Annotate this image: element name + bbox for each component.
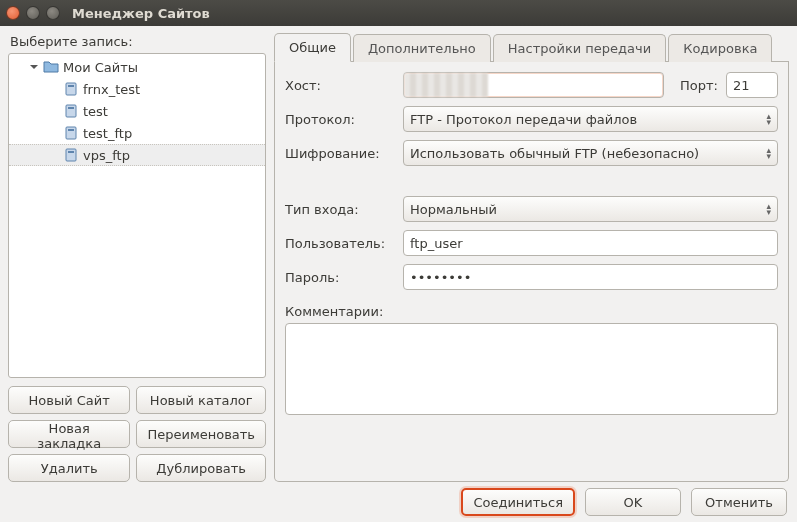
tree-root-label: Мои Сайты [63,60,138,75]
logon-type-select[interactable]: Нормальный ▴▾ [403,196,778,222]
server-icon [63,103,79,119]
list-item[interactable]: test [9,100,265,122]
svg-rect-2 [66,105,76,117]
list-item[interactable]: test_ftp [9,122,265,144]
protocol-value: FTP - Протокол передачи файлов [410,112,637,127]
titlebar: Менеджер Сайтов [0,0,797,26]
logon-type-label: Тип входа: [285,202,395,217]
site-manager-left: Выберите запись: Мои Сайты frnx_test [8,32,266,482]
svg-rect-5 [68,129,74,131]
list-item[interactable]: vps_ftp [9,144,265,166]
window-title: Менеджер Сайтов [72,6,210,21]
server-icon [63,147,79,163]
list-item[interactable]: frnx_test [9,78,265,100]
sites-tree[interactable]: Мои Сайты frnx_test test test_ftp [8,53,266,378]
folder-icon [43,59,59,75]
cancel-button[interactable]: Отменить [691,488,787,516]
select-entry-label: Выберите запись: [10,34,266,49]
tree-item-label: vps_ftp [83,148,130,163]
port-label: Порт: [672,78,718,93]
maximize-icon[interactable] [46,6,60,20]
new-folder-button[interactable]: Новый каталог [136,386,266,414]
spinner-icon: ▴▾ [766,147,771,159]
user-label: Пользователь: [285,236,395,251]
tab-general[interactable]: Общие [274,33,351,62]
svg-rect-4 [66,127,76,139]
protocol-select[interactable]: FTP - Протокол передачи файлов ▴▾ [403,106,778,132]
connect-button[interactable]: Соединиться [461,488,575,516]
encryption-select[interactable]: Использовать обычный FTP (небезопасно) ▴… [403,140,778,166]
protocol-label: Протокол: [285,112,395,127]
encryption-value: Использовать обычный FTP (небезопасно) [410,146,699,161]
encryption-label: Шифрование: [285,146,395,161]
redacted-host [404,73,488,97]
password-input[interactable] [403,264,778,290]
rename-button[interactable]: Переименовать [136,420,266,448]
comments-label: Комментарии: [285,304,778,319]
user-input[interactable] [403,230,778,256]
new-bookmark-button[interactable]: Новая закладка [8,420,130,448]
chevron-down-icon[interactable] [29,62,39,72]
ok-button[interactable]: OK [585,488,681,516]
minimize-icon[interactable] [26,6,40,20]
tree-item-label: test [83,104,108,119]
spinner-icon: ▴▾ [766,203,771,215]
tree-root[interactable]: Мои Сайты [9,56,265,78]
svg-rect-1 [68,85,74,87]
dialog-buttons: Соединиться OK Отменить [0,482,797,522]
new-site-button[interactable]: Новый Сайт [8,386,130,414]
comments-textarea[interactable] [285,323,778,415]
delete-button[interactable]: Удалить [8,454,130,482]
settings-tabs: Общие Дополнительно Настройки передачи К… [274,32,789,62]
tab-charset[interactable]: Кодировка [668,34,772,62]
spinner-icon: ▴▾ [766,113,771,125]
svg-rect-0 [66,83,76,95]
tree-item-label: test_ftp [83,126,132,141]
tab-transfer[interactable]: Настройки передачи [493,34,666,62]
svg-rect-7 [68,151,74,153]
close-icon[interactable] [6,6,20,20]
svg-rect-6 [66,149,76,161]
site-settings-panel: Общие Дополнительно Настройки передачи К… [274,32,789,482]
server-icon [63,81,79,97]
password-label: Пароль: [285,270,395,285]
logon-type-value: Нормальный [410,202,497,217]
duplicate-button[interactable]: Дублировать [136,454,266,482]
port-input[interactable] [726,72,778,98]
tree-item-label: frnx_test [83,82,140,97]
tab-advanced[interactable]: Дополнительно [353,34,491,62]
host-label: Хост: [285,78,395,93]
server-icon [63,125,79,141]
svg-rect-3 [68,107,74,109]
